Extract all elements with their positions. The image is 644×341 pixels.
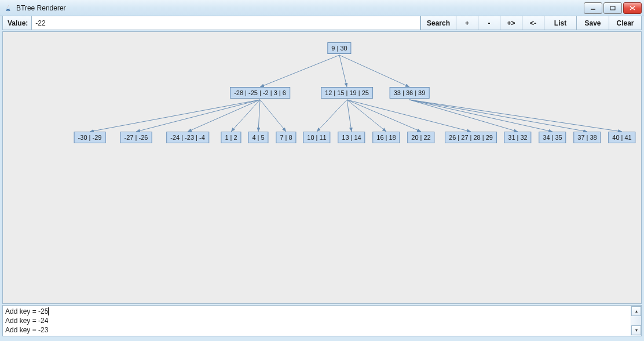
tree-node: 9 | 30 (327, 42, 351, 54)
svg-line-5 (339, 55, 347, 87)
svg-line-14 (347, 100, 352, 132)
svg-line-6 (339, 55, 409, 87)
log-text[interactable]: Add key = -25Add key = -24Add key = -23 (3, 306, 631, 336)
arrow-minus-button[interactable]: <- (522, 16, 544, 30)
tree-node: 37 | 38 (573, 132, 601, 143)
svg-line-21 (409, 100, 622, 132)
window-close-button[interactable] (623, 2, 642, 14)
svg-line-20 (409, 100, 587, 132)
titlebar: BTree Renderer (0, 0, 644, 16)
scroll-down-icon[interactable]: ▾ (631, 325, 641, 335)
svg-line-12 (260, 100, 286, 132)
tree-node: -28 | -25 | -2 | 3 | 6 (230, 87, 290, 99)
clear-button[interactable]: Clear (609, 16, 641, 30)
log-scrollbar[interactable]: ▴ ▾ (631, 306, 641, 336)
svg-rect-1 (610, 6, 615, 10)
tree-node: -27 | -26 (120, 132, 152, 143)
tree-node: 26 | 27 | 28 | 29 (445, 132, 497, 143)
tree-canvas[interactable]: 9 | 30-28 | -25 | -2 | 3 | 612 | 15 | 19… (2, 31, 642, 304)
svg-line-17 (347, 100, 471, 132)
tree-node: 10 | 11 (303, 132, 330, 143)
minus-button[interactable]: - (478, 16, 500, 30)
value-input[interactable] (31, 16, 420, 30)
search-button[interactable]: Search (420, 16, 456, 30)
log-line: Add key = -24 (5, 316, 628, 325)
tree-node: 13 | 14 (338, 132, 365, 143)
svg-line-19 (409, 100, 552, 132)
save-button[interactable]: Save (576, 16, 609, 30)
tree-node: 20 | 22 (407, 132, 434, 143)
tree-node: 12 | 15 | 19 | 25 (321, 87, 373, 99)
plus-button[interactable]: + (456, 16, 478, 30)
tree-node: 16 | 18 (372, 132, 400, 143)
tree-node: 31 | 32 (504, 132, 531, 143)
window-minimize-button[interactable] (584, 2, 602, 14)
plus-arrow-button[interactable]: +> (500, 16, 522, 30)
tree-node: 4 | 5 (248, 132, 268, 143)
tree-node: 1 | 2 (221, 132, 241, 143)
tree-node: 7 | 8 (276, 132, 296, 143)
list-button[interactable]: List (544, 16, 576, 30)
log-area: Add key = -25Add key = -24Add key = -23 … (2, 305, 642, 336)
log-line: Add key = -23 (5, 325, 628, 335)
tree-node: -24 | -23 | -4 (166, 132, 209, 143)
svg-line-13 (317, 100, 347, 132)
java-icon (3, 3, 13, 13)
svg-line-11 (258, 100, 260, 132)
svg-line-7 (90, 100, 260, 132)
tree-node: -30 | -29 (74, 132, 106, 143)
svg-line-4 (260, 55, 339, 87)
tree-node: 40 | 41 (608, 132, 635, 143)
scroll-up-icon[interactable]: ▴ (631, 306, 641, 316)
value-label: Value: (3, 16, 31, 30)
toolbar: Value: Search + - +> <- List Save Clear (2, 16, 642, 30)
tree-node: 34 | 35 (539, 132, 566, 143)
tree-node: 33 | 36 | 39 (390, 87, 430, 99)
log-line: Add key = -25 (5, 307, 628, 316)
svg-line-18 (409, 100, 518, 132)
window-maximize-button[interactable] (603, 2, 622, 14)
window-title: BTree Renderer (16, 4, 66, 12)
